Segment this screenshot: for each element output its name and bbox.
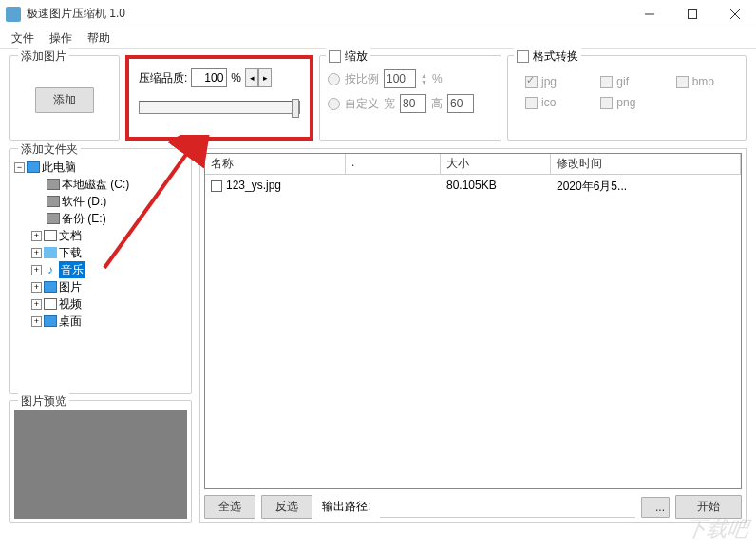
row-size: 80.105KB: [441, 177, 551, 197]
menu-help[interactable]: 帮助: [80, 28, 118, 48]
height-input: [447, 94, 474, 113]
png-label: png: [616, 96, 635, 109]
collapse-icon[interactable]: −: [14, 162, 25, 173]
node-desktop[interactable]: 桌面: [59, 312, 82, 330]
quality-unit: %: [231, 71, 241, 85]
output-path-display: [380, 497, 635, 518]
scale-legend: 缩放: [345, 48, 368, 65]
menu-file[interactable]: 文件: [4, 28, 42, 48]
window-title: 极速图片压缩机 1.0: [27, 6, 628, 22]
row-date: 2020年6月5...: [551, 177, 741, 197]
col-dot[interactable]: .: [346, 154, 441, 174]
expand-icon[interactable]: +: [31, 248, 42, 258]
expand-icon[interactable]: +: [31, 265, 42, 275]
expand-icon[interactable]: +: [31, 316, 42, 327]
bmp-label: bmp: [692, 75, 714, 88]
quality-group: 压缩品质: % ◂ ▸: [125, 55, 313, 141]
maximize-button[interactable]: [671, 0, 713, 28]
node-videos[interactable]: 视频: [59, 295, 82, 312]
preview-area: [14, 410, 187, 519]
app-icon: [6, 7, 21, 22]
folder-tree[interactable]: −此电脑 本地磁盘 (C:) 软件 (D:) 备份 (E:) +文档 +下载 +…: [14, 159, 187, 330]
node-pictures[interactable]: 图片: [59, 278, 82, 295]
custom-radio: [328, 98, 340, 110]
quality-slider[interactable]: [139, 101, 300, 114]
expand-icon[interactable]: +: [31, 282, 42, 293]
bmp-checkbox: [676, 76, 689, 88]
invert-select-button[interactable]: 反选: [261, 495, 312, 519]
folder-legend: 添加文件夹: [18, 142, 81, 158]
list-header: 名称 . 大小 修改时间: [205, 154, 741, 175]
node-drive-d[interactable]: 软件 (D:): [62, 193, 106, 210]
expand-icon[interactable]: +: [31, 231, 42, 241]
expand-icon[interactable]: +: [31, 299, 42, 310]
ico-checkbox: [525, 97, 538, 109]
h-label: 高: [431, 96, 443, 112]
quality-label: 压缩品质:: [139, 70, 187, 86]
node-drive-e[interactable]: 备份 (E:): [62, 210, 106, 227]
drive-icon: [47, 196, 60, 207]
desktop-icon: [44, 315, 57, 327]
scale-group: 缩放 按比例 ▲ ▼ % 自定义 宽 高: [319, 55, 501, 141]
col-size[interactable]: 大小: [441, 154, 551, 174]
ratio-unit: %: [432, 72, 443, 85]
start-button[interactable]: 开始: [675, 495, 742, 519]
ratio-radio: [328, 73, 340, 85]
file-list[interactable]: 名称 . 大小 修改时间 123_ys.jpg 80.105KB 2020年6月…: [204, 153, 742, 489]
quality-input[interactable]: [191, 68, 227, 87]
format-checkbox[interactable]: [517, 50, 529, 63]
document-icon: [44, 230, 57, 241]
add-picture-group: 添加图片 添加: [9, 55, 120, 141]
add-button[interactable]: 添加: [35, 87, 94, 113]
close-button[interactable]: [713, 0, 756, 28]
node-drive-c[interactable]: 本地磁盘 (C:): [62, 176, 129, 193]
format-group: 格式转换 jpg gif bmp ico png: [507, 55, 747, 141]
output-label: 输出路径:: [318, 499, 374, 515]
list-row[interactable]: 123_ys.jpg 80.105KB 2020年6月5...: [205, 175, 741, 199]
download-icon: [44, 247, 57, 258]
pictures-icon: [44, 281, 57, 293]
svg-rect-1: [688, 9, 696, 18]
file-panel: 名称 . 大小 修改时间 123_ys.jpg 80.105KB 2020年6月…: [199, 148, 747, 523]
png-checkbox: [600, 97, 613, 109]
col-date[interactable]: 修改时间: [551, 154, 741, 174]
preview-legend: 图片预览: [18, 393, 69, 409]
custom-label: 自定义: [345, 96, 379, 112]
node-pc[interactable]: 此电脑: [42, 159, 76, 176]
w-label: 宽: [384, 96, 395, 112]
slider-thumb[interactable]: [292, 99, 299, 118]
ico-label: ico: [541, 96, 556, 109]
jpg-label: jpg: [541, 75, 557, 88]
gif-label: gif: [616, 75, 629, 88]
ratio-label: 按比例: [345, 71, 379, 87]
gif-checkbox: [600, 76, 613, 88]
drive-icon: [47, 179, 60, 190]
row-name: 123_ys.jpg: [226, 179, 281, 192]
drive-icon: [47, 213, 60, 224]
node-downloads[interactable]: 下载: [59, 244, 82, 261]
ratio-down-icon: ▼: [421, 79, 427, 85]
menu-operate[interactable]: 操作: [42, 28, 80, 48]
add-picture-legend: 添加图片: [18, 48, 69, 65]
browse-button[interactable]: ...: [641, 497, 670, 518]
quality-step-left-icon[interactable]: ◂: [245, 68, 258, 87]
width-input: [400, 94, 426, 113]
videos-icon: [44, 298, 57, 310]
ratio-input: [384, 69, 416, 88]
format-legend: 格式转换: [533, 48, 578, 65]
quality-step-right-icon[interactable]: ▸: [258, 68, 272, 87]
preview-group: 图片预览: [9, 400, 192, 523]
music-icon: ♪: [44, 264, 57, 275]
minimize-button[interactable]: [628, 0, 671, 28]
scale-checkbox[interactable]: [329, 50, 341, 63]
pc-icon: [27, 161, 40, 173]
ratio-up-icon: ▲: [421, 72, 427, 79]
row-checkbox[interactable]: [211, 180, 222, 192]
node-docs[interactable]: 文档: [59, 227, 82, 244]
folder-group: 添加文件夹 −此电脑 本地磁盘 (C:) 软件 (D:) 备份 (E:) +文档…: [9, 148, 192, 394]
jpg-checkbox: [525, 76, 538, 88]
col-name[interactable]: 名称: [205, 154, 346, 174]
select-all-button[interactable]: 全选: [204, 495, 255, 519]
node-music[interactable]: 音乐: [59, 261, 85, 278]
